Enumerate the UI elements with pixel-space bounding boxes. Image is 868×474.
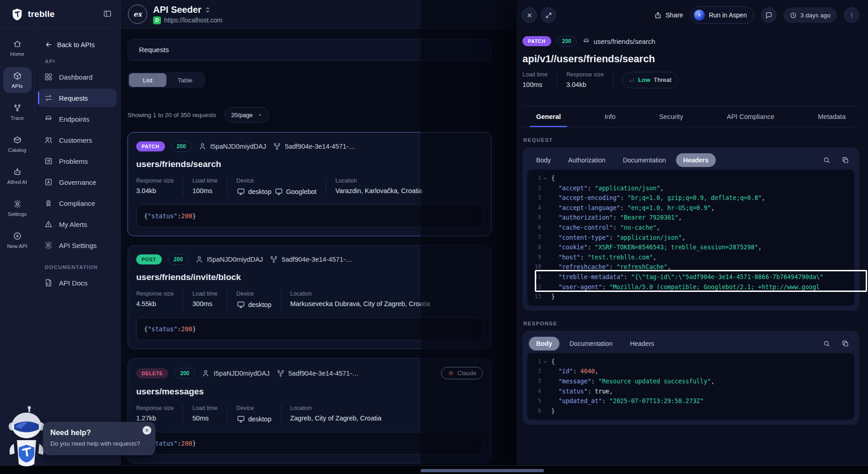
app-root: treblle Home APIs Trace Catalog Alfred A… [0, 0, 868, 474]
rail-item-settings[interactable]: Settings [3, 195, 32, 221]
line-number: 3 [527, 193, 541, 203]
sidebar-item-requests[interactable]: Requests [38, 89, 117, 107]
expand-drawer-button[interactable] [541, 7, 556, 23]
request-section-label: REQUEST [523, 137, 859, 143]
comments-button[interactable] [761, 7, 777, 23]
drawer-body: PATCH 200 users/friends/search api/v1//u… [517, 24, 868, 425]
rail-item-alfred-ai[interactable]: Alfred AI [3, 163, 32, 189]
sidebar-item-governance[interactable]: Governance [38, 173, 117, 191]
request-tab-authorization[interactable]: Authorization [561, 153, 613, 167]
detail-tab-info[interactable]: Info [604, 106, 615, 127]
more-options-button[interactable] [844, 7, 859, 23]
sort-caret-icon[interactable] [205, 6, 211, 13]
detail-tab-metadata[interactable]: Metadata [818, 106, 845, 127]
share-button[interactable]: Share [654, 11, 683, 19]
sidebar-item-api-settings[interactable]: API Settings [38, 236, 117, 254]
sidebar-docs-items: API Docs [38, 274, 117, 292]
sidebar-item-problems[interactable]: Problems [38, 152, 117, 170]
view-toggle-list[interactable]: List [129, 73, 166, 87]
detail-tab-general[interactable]: General [536, 106, 561, 127]
treblle-logo-icon [11, 8, 23, 21]
code-line: 5 "authorization": "Bearer 7920301", [527, 213, 854, 223]
share-label: Share [666, 11, 683, 19]
device-name: desktop [248, 188, 272, 195]
load-time-stat: Load time100ms [192, 178, 218, 196]
help-close-button[interactable] [143, 426, 151, 435]
line-number: 1 [527, 357, 541, 367]
request-code-block[interactable]: 1{2 "accept": "application/json",3 "acce… [527, 169, 855, 306]
request-tab-documentation[interactable]: Documentation [616, 153, 673, 167]
sidebar-collapse-button[interactable] [102, 8, 113, 21]
stat-divider [227, 178, 227, 196]
location-value: Zagreb, City of Zagreb, Croatia [290, 415, 382, 422]
horizontal-scrollbar-thumb[interactable] [421, 469, 544, 472]
rail-item-new-api[interactable]: New API [3, 227, 32, 253]
sidebar-item-endpoints[interactable]: Endpoints [38, 110, 117, 128]
drawer-toolbar: Share Run in Aspen 3 days ago [517, 0, 868, 24]
trace-nodes-icon [276, 369, 285, 378]
endpoint-chip[interactable]: users/friends/search [582, 38, 655, 45]
code-line: 1{ [527, 357, 854, 367]
sidebar-item-label: Problems [59, 157, 88, 165]
copy-icon[interactable] [841, 339, 849, 347]
stat-divider [281, 405, 281, 424]
sidebar-item-my-alerts[interactable]: My Alerts [38, 215, 117, 233]
request-tab-body[interactable]: Body [529, 153, 558, 167]
device-monitor-icon [236, 415, 245, 424]
detail-tab-api-compliance[interactable]: API Compliance [727, 106, 774, 127]
view-toggle-table[interactable]: Table [166, 73, 204, 87]
detail-tab-security[interactable]: Security [659, 106, 683, 127]
apis-icon [13, 71, 22, 81]
catalog-icon [13, 135, 22, 145]
response-tab-body[interactable]: Body [529, 337, 559, 350]
load-time-label: Load time [522, 71, 548, 78]
search-icon[interactable] [823, 339, 831, 347]
api-title: API Seeder [153, 5, 202, 15]
location-stat: LocationZagreb, City of Zagreb, Croatia [290, 405, 382, 424]
location-stat: LocationVarazdin, Karlovačka, Croatia [335, 178, 423, 196]
search-icon[interactable] [823, 156, 831, 164]
code-line: 7 "content-type": "application/json", [527, 233, 854, 243]
line-number: 5 [527, 213, 541, 223]
copy-icon[interactable] [841, 156, 849, 164]
run-in-aspen-button[interactable]: Run in Aspen [690, 6, 754, 24]
brand-row: treblle [0, 0, 120, 29]
rail-item-label: Catalog [8, 147, 27, 153]
sidebar-item-dashboard[interactable]: Dashboard [38, 68, 117, 86]
trace-id-chip: 5adf904e-3e14-4571-8866-7b76494790da [272, 142, 358, 151]
sidebar-item-api-docs[interactable]: API Docs [38, 274, 117, 292]
back-to-apis-link[interactable]: Back to APIs [45, 41, 117, 48]
close-drawer-button[interactable] [522, 7, 537, 23]
rail-item-home[interactable]: Home [3, 35, 32, 61]
location-value: Varazdin, Karlovačka, Croatia [335, 187, 423, 194]
kebab-menu-icon [848, 12, 855, 19]
endpoint-path: users/friends/search [594, 38, 655, 45]
per-page-dropdown[interactable]: 20/page [224, 107, 269, 123]
rail-item-label: New API [7, 243, 27, 249]
request-tab-headers[interactable]: Headers [676, 153, 716, 167]
response-tab-documentation[interactable]: Documentation [562, 337, 620, 350]
sidebar-item-customers[interactable]: Customers [38, 131, 117, 149]
api-docs-icon [44, 278, 53, 287]
response-code-block[interactable]: 1{2 "id": 4040,3 "message": "Resource up… [527, 353, 855, 420]
documentation-section-label: DOCUMENTATION [45, 264, 117, 270]
person-icon [195, 255, 204, 264]
method-badge: PATCH [522, 36, 551, 46]
trace-id-chip: 5adf904e-3e14-4571-8866-7b76494790da [276, 369, 362, 378]
help-title: Need help? [50, 428, 148, 437]
rail-item-trace[interactable]: Trace [3, 99, 32, 125]
share-icon [654, 11, 662, 19]
rail-item-label: Alfred AI [7, 179, 27, 185]
threat-level: Low [638, 76, 650, 83]
stat-divider [557, 71, 557, 88]
person-icon [198, 142, 207, 151]
sidebar-item-compliance[interactable]: Compliance [38, 194, 117, 212]
response-tab-headers[interactable]: Headers [623, 337, 661, 350]
detail-badge-row: PATCH 200 users/friends/search [522, 36, 859, 47]
rail-item-catalog[interactable]: Catalog [3, 131, 32, 157]
line-number: 1 [527, 173, 541, 183]
code-line: 6 "cache-control": "no-cache", [527, 223, 854, 233]
back-to-apis-label: Back to APIs [57, 41, 95, 48]
rail-item-apis[interactable]: APIs [3, 67, 32, 93]
endpoints-icon [44, 114, 53, 124]
